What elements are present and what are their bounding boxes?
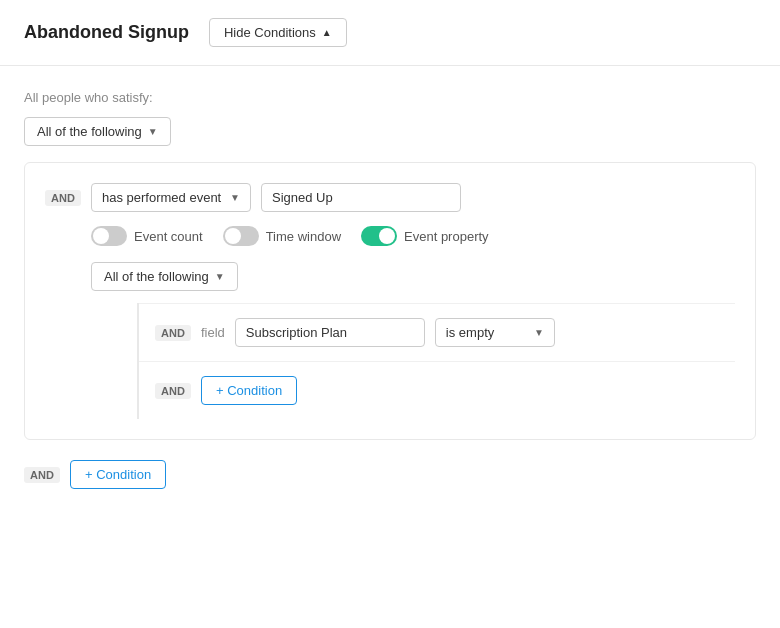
event-property-label: Event property — [404, 229, 489, 244]
operator-label: is empty — [446, 325, 494, 340]
add-inner-condition-button[interactable]: + Condition — [201, 376, 297, 405]
event-row: AND has performed event ▼ — [45, 183, 735, 212]
event-property-toggle[interactable] — [361, 226, 397, 246]
hide-conditions-label: Hide Conditions — [224, 25, 316, 40]
event-value-input[interactable] — [261, 183, 461, 212]
time-window-toggle-item: Time window — [223, 226, 341, 246]
inner-filter-label: All of the following — [104, 269, 209, 284]
chevron-down-icon: ▼ — [148, 126, 158, 137]
inner-conditions-block: AND field is empty ▼ AND + Condition — [137, 303, 735, 419]
sub-condition-row: AND field is empty ▼ — [139, 303, 735, 361]
chevron-up-icon: ▲ — [322, 27, 332, 38]
page-title: Abandoned Signup — [24, 22, 189, 43]
add-outer-condition-row: AND + Condition — [24, 460, 756, 489]
chevron-down-icon: ▼ — [215, 271, 225, 282]
event-count-toggle-item: Event count — [91, 226, 203, 246]
time-window-label: Time window — [266, 229, 341, 244]
chevron-down-icon: ▼ — [534, 327, 544, 338]
add-inner-condition-label: + Condition — [216, 383, 282, 398]
time-window-toggle[interactable] — [223, 226, 259, 246]
top-filter-dropdown[interactable]: All of the following ▼ — [24, 117, 171, 146]
and-badge-outer: AND — [24, 467, 60, 483]
top-filter-label: All of the following — [37, 124, 142, 139]
and-badge-event: AND — [45, 190, 81, 206]
hide-conditions-button[interactable]: Hide Conditions ▲ — [209, 18, 347, 47]
chevron-down-icon: ▼ — [230, 192, 240, 203]
satisfy-label: All people who satisfy: — [24, 90, 756, 105]
event-count-label: Event count — [134, 229, 203, 244]
inner-filter-row: All of the following ▼ — [91, 262, 735, 303]
toggle-row: Event count Time window Event property — [45, 226, 735, 246]
event-type-label: has performed event — [102, 190, 221, 205]
field-value-input[interactable] — [235, 318, 425, 347]
and-badge-sub: AND — [155, 325, 191, 341]
page-header: Abandoned Signup Hide Conditions ▲ — [0, 0, 780, 66]
add-inner-condition-row: AND + Condition — [139, 361, 735, 419]
operator-dropdown[interactable]: is empty ▼ — [435, 318, 555, 347]
event-property-toggle-item: Event property — [361, 226, 489, 246]
inner-filter-dropdown[interactable]: All of the following ▼ — [91, 262, 238, 291]
event-type-dropdown[interactable]: has performed event ▼ — [91, 183, 251, 212]
and-badge-add-inner: AND — [155, 383, 191, 399]
add-outer-condition-button[interactable]: + Condition — [70, 460, 166, 489]
main-condition-block: AND has performed event ▼ Event count Ti… — [24, 162, 756, 440]
event-count-toggle[interactable] — [91, 226, 127, 246]
page-body: All people who satisfy: All of the follo… — [0, 66, 780, 513]
field-label: field — [201, 325, 225, 340]
add-outer-condition-label: + Condition — [85, 467, 151, 482]
